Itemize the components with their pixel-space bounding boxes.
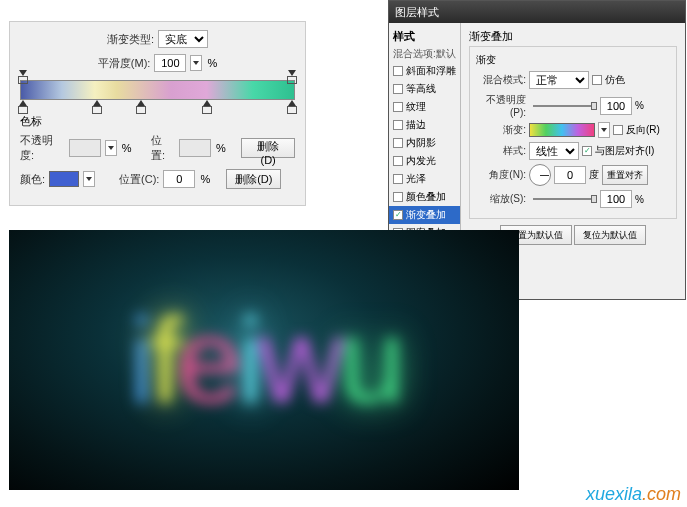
opacity-slider[interactable] <box>533 105 593 107</box>
overlay-opacity-label: 不透明度(P): <box>476 93 526 118</box>
style-checkbox[interactable] <box>393 120 403 130</box>
style-item-4[interactable]: 内阴影 <box>389 134 460 152</box>
style-item-label: 颜色叠加 <box>406 190 446 204</box>
color-stop[interactable] <box>287 100 297 112</box>
dither-checkbox[interactable] <box>592 75 602 85</box>
angle-unit: 度 <box>589 168 599 182</box>
percent-label: % <box>207 57 217 69</box>
reset-default-button[interactable]: 复位为默认值 <box>574 225 646 245</box>
style-item-label: 光泽 <box>406 172 426 186</box>
align-checkbox[interactable] <box>582 146 592 156</box>
align-label: 与图层对齐(I) <box>595 144 654 158</box>
style-item-label: 等高线 <box>406 82 436 96</box>
style-item-2[interactable]: 纹理 <box>389 98 460 116</box>
overlay-opacity-input[interactable] <box>600 97 632 115</box>
opacity-stop[interactable] <box>18 70 28 82</box>
stops-section-label: 色标 <box>20 114 295 129</box>
scale-label: 缩放(S): <box>476 192 526 206</box>
style-item-5[interactable]: 内发光 <box>389 152 460 170</box>
smoothness-label: 平滑度(M): <box>98 56 151 71</box>
style-checkbox[interactable] <box>393 84 403 94</box>
style-item-label: 斜面和浮雕 <box>406 64 456 78</box>
dropdown-icon[interactable] <box>83 171 95 187</box>
color-label: 颜色: <box>20 172 45 187</box>
smoothness-input[interactable] <box>154 54 186 72</box>
blend-mode-label: 混合模式: <box>476 73 526 87</box>
color-stop[interactable] <box>136 100 146 112</box>
scale-input[interactable] <box>600 190 632 208</box>
blend-options-default[interactable]: 混合选项:默认 <box>389 46 460 62</box>
style-select[interactable]: 线性 <box>529 142 579 160</box>
styles-header: 样式 <box>389 27 460 46</box>
gradient-type-select[interactable]: 实底 <box>158 30 208 48</box>
angle-dial[interactable] <box>529 164 551 186</box>
position-input[interactable] <box>179 139 211 157</box>
dialog-title: 图层样式 <box>389 1 685 23</box>
style-checkbox[interactable] <box>393 138 403 148</box>
sub-title: 渐变 <box>476 53 670 67</box>
percent-label: % <box>216 142 226 154</box>
style-checkbox[interactable] <box>393 156 403 166</box>
style-item-label: 内阴影 <box>406 136 436 150</box>
gradient-editor-panel: 渐变类型: 实底 平滑度(M): % 色标 不透明度: % 位置: % 删除(D… <box>9 21 306 206</box>
reverse-checkbox[interactable] <box>613 125 623 135</box>
style-label: 样式: <box>476 144 526 158</box>
dropdown-icon[interactable] <box>105 140 117 156</box>
color-swatch[interactable] <box>49 171 79 187</box>
style-item-label: 描边 <box>406 118 426 132</box>
reset-align-button[interactable]: 重置对齐 <box>602 165 648 185</box>
dropdown-icon[interactable] <box>190 55 202 71</box>
color-stop[interactable] <box>18 100 28 112</box>
opacity-stop[interactable] <box>287 70 297 82</box>
effect-preview: ifeiwu <box>9 230 519 490</box>
gradient-bar[interactable] <box>20 80 295 100</box>
gradient-bar-container <box>20 80 295 100</box>
reverse-label: 反向(R) <box>626 123 660 137</box>
style-checkbox[interactable] <box>393 192 403 202</box>
position2-input[interactable] <box>163 170 195 188</box>
style-checkbox[interactable] <box>393 102 403 112</box>
position-label: 位置: <box>151 133 175 163</box>
style-item-0[interactable]: 斜面和浮雕 <box>389 62 460 80</box>
delete-button[interactable]: 删除(D) <box>241 138 295 158</box>
style-item-3[interactable]: 描边 <box>389 116 460 134</box>
style-item-7[interactable]: 颜色叠加 <box>389 188 460 206</box>
angle-input[interactable] <box>554 166 586 184</box>
position2-label: 位置(C): <box>119 172 159 187</box>
gradient-preview[interactable] <box>529 123 595 137</box>
dropdown-icon[interactable] <box>598 122 610 138</box>
percent-label: % <box>122 142 132 154</box>
preview-text: ifeiwu <box>129 291 400 429</box>
style-item-label: 内发光 <box>406 154 436 168</box>
style-item-label: 纹理 <box>406 100 426 114</box>
gradient-type-label: 渐变类型: <box>107 32 154 47</box>
style-item-1[interactable]: 等高线 <box>389 80 460 98</box>
style-checkbox[interactable] <box>393 210 403 220</box>
style-item-6[interactable]: 光泽 <box>389 170 460 188</box>
opacity-input[interactable] <box>69 139 101 157</box>
style-item-label: 渐变叠加 <box>406 208 446 222</box>
angle-label: 角度(N): <box>476 168 526 182</box>
opacity-label: 不透明度: <box>20 133 65 163</box>
group-title: 渐变叠加 <box>469 29 677 44</box>
blend-mode-select[interactable]: 正常 <box>529 71 589 89</box>
color-stop[interactable] <box>92 100 102 112</box>
dither-label: 仿色 <box>605 73 625 87</box>
watermark: xuexila.com <box>586 484 681 505</box>
style-item-8[interactable]: 渐变叠加 <box>389 206 460 224</box>
style-checkbox[interactable] <box>393 66 403 76</box>
style-checkbox[interactable] <box>393 174 403 184</box>
gradient-label: 渐变: <box>476 123 526 137</box>
delete-button2[interactable]: 删除(D) <box>226 169 281 189</box>
percent-label: % <box>200 173 210 185</box>
color-stop[interactable] <box>202 100 212 112</box>
scale-slider[interactable] <box>533 198 593 200</box>
